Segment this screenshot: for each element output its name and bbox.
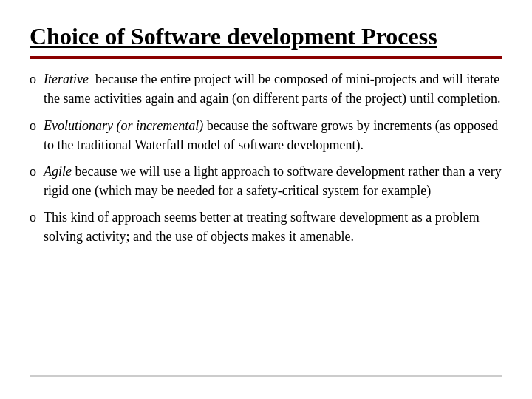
italic-text: Iterative [44,72,89,86]
bullet-icon: o [30,163,36,181]
list-item: o Evolutionary (or incremental) because … [30,116,502,154]
slide-container: Choice of Software development Process o… [0,0,532,399]
item-text: Agile because we will use a light approa… [44,162,502,200]
bullet-icon: o [30,70,36,89]
item-text: Evolutionary (or incremental) because th… [44,116,502,154]
bottom-divider [30,375,502,377]
item-text: Iterative because the entire project wil… [44,69,502,108]
item-text: This kind of approach seems better at tr… [44,208,502,246]
bullet-icon: o [30,117,36,135]
list-item: o Agile because we will use a light appr… [30,162,502,200]
bullet-icon: o [30,208,36,227]
italic-text: Agile [44,164,72,179]
title-section: Choice of Software development Process [30,22,502,65]
italic-text: Evolutionary (or incremental) [44,118,203,133]
content-list: o Iterative because the entire project w… [30,69,502,375]
page-title: Choice of Software development Process [30,22,502,50]
list-item: o Iterative because the entire project w… [30,69,502,108]
list-item: o This kind of approach seems better at … [30,208,502,246]
title-divider [30,56,502,59]
